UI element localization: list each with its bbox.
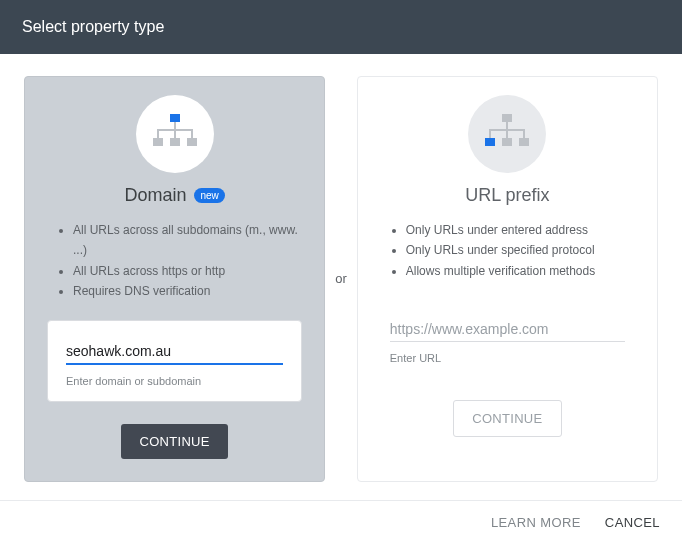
list-item: Only URLs under specified protocol (406, 240, 635, 260)
domain-title-row: Domain new (124, 185, 224, 206)
list-item: Allows multiple verification methods (406, 261, 635, 281)
domain-continue-button[interactable]: CONTINUE (121, 424, 227, 459)
or-separator: or (325, 76, 357, 482)
svg-rect-6 (502, 138, 512, 146)
url-prefix-feature-list: Only URLs under entered address Only URL… (380, 220, 635, 281)
domain-input-helper: Enter domain or subdomain (66, 375, 283, 387)
url-prefix-icon-circle (468, 95, 546, 173)
list-item: Requires DNS verification (73, 281, 302, 301)
list-item: All URLs across https or http (73, 261, 302, 281)
svg-rect-2 (170, 138, 180, 146)
sitemap-icon (153, 114, 197, 154)
cancel-button[interactable]: CANCEL (605, 515, 660, 530)
sitemap-icon (485, 114, 529, 154)
url-prefix-continue-button[interactable]: CONTINUE (453, 400, 561, 437)
svg-rect-5 (485, 138, 495, 146)
domain-feature-list: All URLs across all subdomains (m., www.… (47, 220, 302, 302)
domain-property-card[interactable]: Domain new All URLs across all subdomain… (24, 76, 325, 482)
dialog-title: Select property type (22, 18, 164, 35)
svg-rect-4 (502, 114, 512, 122)
list-item: Only URLs under entered address (406, 220, 635, 240)
separator-text: or (335, 271, 347, 286)
list-item: All URLs across all subdomains (m., www.… (73, 220, 302, 261)
domain-icon-circle (136, 95, 214, 173)
dialog-header: Select property type (0, 0, 682, 54)
url-prefix-card-title: URL prefix (465, 185, 549, 206)
svg-rect-3 (187, 138, 197, 146)
domain-card-title: Domain (124, 185, 186, 206)
dialog-footer: LEARN MORE CANCEL (0, 500, 682, 535)
domain-input[interactable] (66, 339, 283, 365)
dialog-content: Domain new All URLs across all subdomain… (0, 54, 682, 500)
svg-rect-7 (519, 138, 529, 146)
svg-rect-1 (153, 138, 163, 146)
url-prefix-input[interactable] (390, 317, 625, 342)
domain-input-box: Enter domain or subdomain (47, 320, 302, 402)
svg-rect-0 (170, 114, 180, 122)
url-prefix-input-helper: Enter URL (390, 352, 625, 364)
new-badge: new (194, 188, 224, 203)
url-prefix-input-box: Enter URL (380, 299, 635, 378)
url-prefix-title-row: URL prefix (465, 185, 549, 206)
url-prefix-property-card[interactable]: URL prefix Only URLs under entered addre… (357, 76, 658, 482)
learn-more-button[interactable]: LEARN MORE (491, 515, 581, 530)
